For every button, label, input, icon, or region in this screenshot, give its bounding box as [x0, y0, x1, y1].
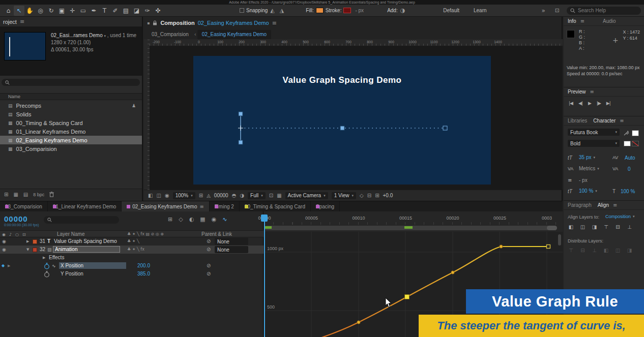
view-layout-select[interactable]: 1 View▾ [332, 192, 356, 199]
vertical-scale-value[interactable]: 100 %▾ [579, 188, 597, 194]
align-v-center-icon[interactable]: ⊟ [613, 223, 622, 231]
project-item[interactable]: ▦02_Easing Keyframes Demo [0, 136, 142, 144]
eraser-tool-icon[interactable]: ◪ [131, 6, 142, 16]
keyframe-nav-next-icon[interactable]: ▶ [8, 262, 10, 270]
project-column-header[interactable]: Name [0, 93, 142, 100]
font-size-select[interactable]: 35 px▾ [579, 155, 595, 160]
chevron-down-icon[interactable]: ▾ [104, 34, 106, 38]
graph-editor-icon[interactable]: ∿ [222, 216, 227, 223]
puppet-pin-tool-icon[interactable]: ✜ [153, 6, 163, 16]
snapshot-icon[interactable]: ◉ [165, 193, 169, 198]
comp-tab-active[interactable]: 02_Easing Keyframes Demo [197, 30, 271, 39]
stroke-width-value[interactable]: - px [355, 8, 364, 13]
playhead-marker[interactable] [261, 215, 268, 222]
stroke-swatch-none[interactable] [632, 141, 639, 146]
camera-tool-icon[interactable]: ▣ [56, 6, 67, 16]
zoom-select[interactable]: 100%▾ [173, 192, 195, 199]
project-item[interactable]: ▤Precomps♟ [0, 101, 142, 110]
panel-menu-icon[interactable]: ≡ [20, 18, 24, 25]
learn-workspace[interactable]: Learn [474, 8, 487, 13]
project-item[interactable]: ▦03_Comparision [0, 144, 142, 153]
navigator-handle[interactable] [547, 226, 557, 230]
fill-color-swatch[interactable] [316, 8, 324, 13]
twirl-icon[interactable]: ▶ [26, 237, 29, 246]
twirl-icon[interactable]: ▶ [43, 254, 45, 262]
project-search-field[interactable] [2, 79, 140, 86]
layer-name[interactable]: Value Graph Spacing Demo [54, 237, 117, 246]
region-of-interest-icon[interactable]: ⊡ [269, 193, 273, 198]
vertical-ruler[interactable] [144, 39, 150, 190]
keyframe-nav-diamond-icon[interactable]: ◆ [2, 262, 5, 270]
comp-tab-inactive[interactable]: 03_Comparision [147, 30, 193, 39]
project-item[interactable]: ▦00_Timing & Spacing Card [0, 118, 142, 127]
draft-3d-icon[interactable]: ◇ [179, 216, 183, 223]
layer-row-32-selected[interactable]: ◉ ▼ 32 ▨ Animation ♣ ✦ ╲ fx ⊘ None▾ [0, 246, 264, 254]
tab-info[interactable]: Info [568, 18, 576, 24]
twirl-icon-open[interactable]: ▼ [26, 246, 29, 254]
pickwhip-icon[interactable]: ⊘ [207, 262, 211, 270]
overflow-chevron-icon[interactable]: » [541, 7, 545, 14]
timeline-tab[interactable]: 01_Linear Keyframes Demo [48, 201, 122, 211]
align-bottom-icon[interactable]: ⊥ [625, 223, 634, 231]
graph-include-icon[interactable]: ∿ [52, 262, 56, 270]
shy-layers-icon[interactable]: ◐ [189, 216, 194, 223]
composition-canvas[interactable]: Value Graph Spacing Demo [193, 56, 491, 185]
distribute-bottom-icon[interactable]: ⊥ [590, 247, 599, 254]
layer-switches[interactable]: ♣ ✦ ╲ fx [127, 246, 144, 254]
distribute-h-center-icon[interactable]: ◫ [613, 247, 622, 254]
stopwatch-icon[interactable] [44, 271, 50, 278]
panel-menu-icon[interactable]: ≡ [199, 204, 203, 209]
text-color-swatch[interactable] [632, 130, 639, 136]
pickwhip-icon[interactable]: ⊘ [207, 270, 211, 278]
timeline-wing-icon[interactable]: ⊞ [375, 193, 379, 198]
tracking-mode-select[interactable]: Metrics▾ [579, 166, 599, 171]
property-name[interactable]: Y Position [61, 270, 83, 278]
roto-brush-tool-icon[interactable]: ✑ [142, 6, 153, 16]
stopwatch-icon-animated[interactable] [44, 263, 50, 269]
tab-overflow-chevron-icon[interactable]: ‹ [194, 32, 196, 37]
timeline-navigator[interactable] [264, 225, 563, 232]
font-style-select[interactable]: Bold▾ [568, 140, 620, 147]
selection-tool-icon[interactable]: ↖ [14, 6, 24, 16]
grid-guides-icon[interactable]: ⊞ [199, 193, 203, 198]
current-time-display[interactable]: 00000 [4, 215, 28, 223]
timeline-tab[interactable]: 03_Comparision [0, 201, 48, 211]
property-value[interactable]: 385.0 [137, 270, 150, 278]
camera-select[interactable]: Active Camera▾ [285, 192, 328, 199]
align-to-select[interactable]: Composition▾ [605, 214, 635, 219]
magnification-icon[interactable]: ◫ [156, 193, 161, 198]
tab-audio[interactable]: Audio [603, 18, 616, 24]
tab-align[interactable]: Align [598, 202, 609, 208]
effects-group-label[interactable]: Effects [49, 254, 64, 262]
eye-icon[interactable]: ◉ [2, 237, 6, 246]
bit-depth-label[interactable]: 8 bpc [33, 192, 44, 197]
trash-icon[interactable] [49, 192, 54, 197]
keyframe-dot[interactable] [451, 271, 454, 274]
keyframe-dot[interactable] [357, 321, 360, 324]
pickwhip-icon[interactable]: ⊘ [207, 246, 211, 254]
play-icon[interactable]: ▶ [588, 101, 591, 106]
hand-tool-icon[interactable]: ✋ [24, 6, 35, 16]
always-preview-icon[interactable]: ◧ [148, 193, 153, 198]
distribute-top-icon[interactable]: ⊤ [567, 247, 575, 254]
transparency-grid-icon[interactable]: ▦ [277, 193, 281, 198]
label-color-swatch[interactable] [33, 239, 37, 244]
keyframe-box-mid[interactable] [340, 126, 344, 130]
show-channel-icon[interactable]: ◑ [240, 193, 244, 198]
panel-menu-icon[interactable]: ≡ [613, 202, 617, 208]
kerning-select[interactable]: Auto [625, 155, 635, 161]
home-tool-icon[interactable]: ⌂ [3, 6, 14, 16]
timeline-search-field[interactable] [44, 216, 119, 224]
distribute-right-icon[interactable]: ◨ [625, 247, 634, 254]
parent-link-column[interactable]: Parent & Link [201, 231, 232, 237]
frame-blend-icon[interactable]: ▦ [200, 216, 205, 223]
project-panel-header[interactable]: roject ≡ [0, 17, 142, 27]
project-item[interactable]: ▤Solids [0, 110, 142, 118]
eyedropper-icon[interactable] [624, 130, 629, 136]
keyframe-dot[interactable] [500, 245, 503, 248]
effects-group-row[interactable]: ▶ Effects [0, 254, 264, 262]
horizontal-ruler[interactable]: -200-10001002003004005006007008009001000… [150, 39, 563, 46]
time-ruler[interactable]: 0000000005000100001500020000250003 [264, 211, 563, 225]
pan-behind-tool-icon[interactable]: ✛ [67, 6, 78, 16]
snap-edges-icon[interactable]: ◭ [270, 7, 274, 14]
